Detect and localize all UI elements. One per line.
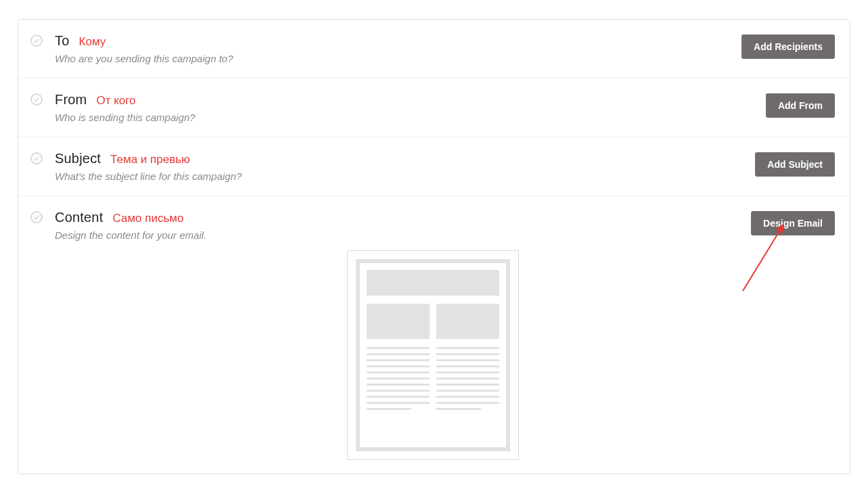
- row-from: From От кого Who is sending this campaig…: [18, 78, 850, 137]
- row-text: Subject Тема и превью What's the subject…: [55, 151, 755, 182]
- row-subtitle: Who are you sending this campaign to?: [55, 53, 741, 64]
- preview-col-right: [436, 304, 499, 438]
- preview-text-lines: [367, 347, 430, 410]
- row-annotation: Кому: [79, 35, 106, 49]
- row-content: Content Само письмо Design the content f…: [18, 196, 850, 474]
- content-preview-wrap: [30, 250, 835, 460]
- row-subtitle: Design the content for your email.: [55, 229, 751, 241]
- row-subject: Subject Тема и превью What's the subject…: [18, 137, 850, 196]
- status-icon-col: [30, 210, 55, 223]
- preview-image-block: [367, 304, 430, 339]
- preview-header-block: [367, 270, 499, 296]
- check-circle-icon: [30, 93, 43, 106]
- row-to: To Кому Who are you sending this campaig…: [18, 20, 850, 78]
- status-icon-col: [30, 33, 55, 47]
- row-title: To: [55, 33, 70, 49]
- add-subject-button[interactable]: Add Subject: [755, 152, 835, 177]
- row-annotation: От кого: [96, 94, 135, 108]
- check-circle-icon: [30, 35, 43, 47]
- status-icon-col: [30, 92, 55, 106]
- campaign-setup-panel: To Кому Who are you sending this campaig…: [18, 19, 850, 474]
- add-recipients-button[interactable]: Add Recipients: [741, 35, 835, 59]
- preview-text-lines: [436, 347, 499, 410]
- row-subtitle: What's the subject line for this campaig…: [55, 170, 755, 182]
- preview-image-block: [436, 304, 499, 339]
- row-title: Content: [55, 210, 103, 225]
- preview-col-left: [367, 304, 430, 438]
- row-subtitle: Who is sending this campaign?: [55, 112, 766, 123]
- row-title: Subject: [55, 151, 101, 166]
- check-circle-icon: [30, 211, 43, 223]
- row-text: From От кого Who is sending this campaig…: [55, 92, 766, 123]
- design-email-button[interactable]: Design Email: [751, 211, 835, 235]
- row-text: Content Само письмо Design the content f…: [55, 210, 751, 241]
- row-annotation: Тема и превью: [110, 153, 190, 166]
- email-template-preview: [347, 250, 519, 460]
- row-text: To Кому Who are you sending this campaig…: [55, 33, 741, 64]
- email-preview-inner: [356, 259, 510, 451]
- check-circle-icon: [30, 152, 43, 164]
- row-annotation: Само письмо: [112, 212, 183, 225]
- add-from-button[interactable]: Add From: [766, 93, 835, 118]
- status-icon-col: [30, 151, 55, 164]
- row-title: From: [55, 92, 87, 108]
